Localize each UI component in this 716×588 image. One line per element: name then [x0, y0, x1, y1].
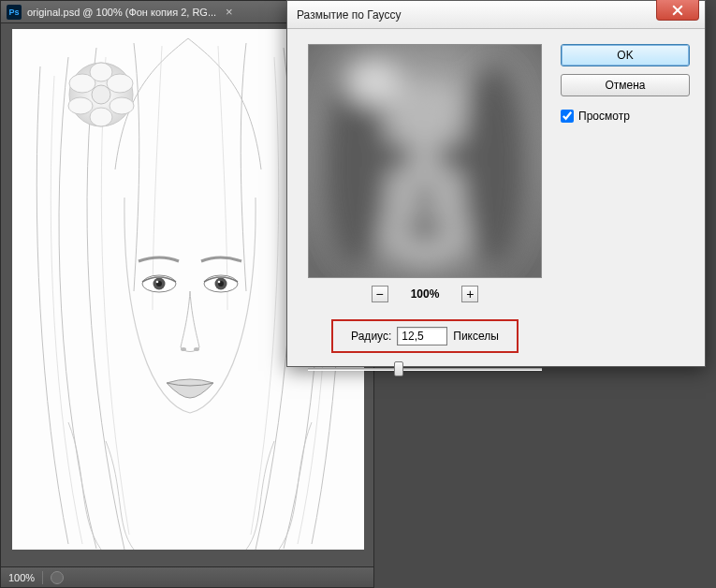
minus-icon: − [376, 287, 384, 301]
svg-point-7 [90, 63, 112, 81]
dialog-title: Размытие по Гауссу [297, 8, 401, 22]
preview-checkbox[interactable] [561, 110, 574, 123]
svg-point-8 [90, 108, 112, 126]
gaussian-blur-dialog: Размытие по Гауссу [286, 0, 706, 367]
svg-point-5 [68, 97, 93, 114]
status-zoom-label: 100% [8, 572, 35, 583]
dialog-titlebar[interactable]: Размытие по Гауссу [287, 1, 705, 29]
dialog-left-column: − 100% + Радиус: Пикселы [302, 44, 548, 379]
filter-preview[interactable] [308, 44, 542, 278]
slider-thumb[interactable] [394, 361, 403, 376]
svg-point-6 [110, 97, 134, 114]
preview-zoom-row: − 100% + [372, 286, 479, 302]
cancel-button[interactable]: Отмена [561, 74, 690, 96]
radius-slider[interactable] [308, 360, 542, 379]
dialog-right-column: OK Отмена Просмотр [548, 44, 690, 379]
svg-point-2 [92, 85, 110, 104]
photoshop-icon: Ps [7, 5, 22, 20]
tab-close-icon[interactable]: × [226, 5, 233, 19]
radius-input[interactable] [397, 327, 447, 345]
zoom-out-button[interactable]: − [372, 286, 388, 302]
document-status-bar: 100% [1, 566, 373, 587]
status-info-icon[interactable] [51, 571, 64, 584]
zoom-in-button[interactable]: + [461, 286, 478, 302]
svg-point-23 [416, 184, 434, 213]
svg-point-17 [181, 347, 186, 351]
radius-highlight-box: Радиус: Пикселы [331, 319, 519, 353]
ok-button[interactable]: OK [561, 44, 690, 66]
svg-point-18 [194, 347, 199, 351]
preview-checkbox-row[interactable]: Просмотр [561, 110, 690, 123]
blur-preview-svg [309, 45, 541, 277]
svg-point-24 [404, 218, 446, 241]
dialog-body: − 100% + Радиус: Пикселы OK Отмена Просм… [287, 29, 705, 394]
dialog-close-button[interactable] [656, 0, 699, 21]
slider-track [308, 368, 542, 371]
preview-checkbox-label: Просмотр [578, 110, 630, 123]
close-icon [672, 5, 683, 16]
radius-label: Радиус: [351, 330, 391, 343]
document-tab-title: original.psd @ 100% (Фон копия 2, RG... [27, 7, 216, 18]
svg-point-26 [461, 64, 528, 268]
radius-unit-label: Пикселы [453, 330, 499, 343]
status-divider [42, 571, 43, 584]
plus-icon: + [466, 287, 474, 301]
svg-point-16 [218, 281, 221, 284]
svg-point-27 [346, 60, 402, 105]
svg-point-12 [156, 281, 159, 284]
preview-zoom-label: 100% [411, 287, 440, 301]
